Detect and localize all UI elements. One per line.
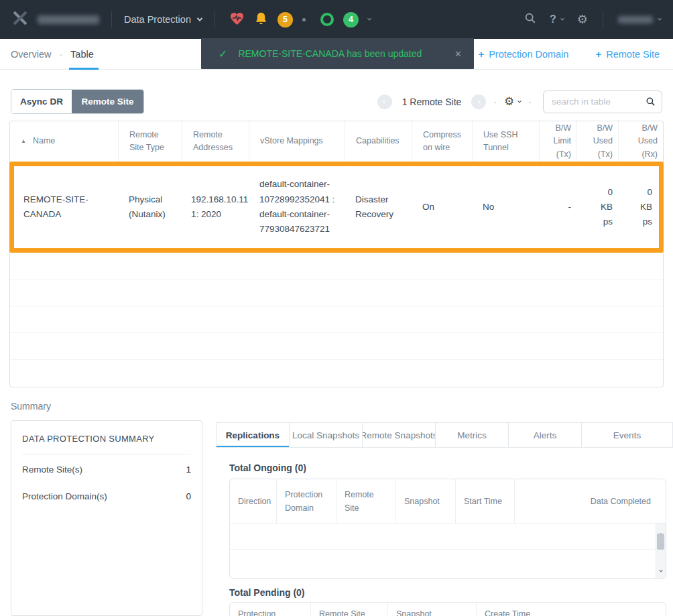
search-icon <box>646 97 656 109</box>
dr-mode-segmented-control: Async DR Remote Site <box>11 89 144 114</box>
chevron-down-icon <box>658 17 662 21</box>
pager-next-button[interactable] <box>471 95 486 109</box>
column-header-create-time[interactable]: Create Time <box>477 603 666 616</box>
active-tab-underline <box>217 446 289 447</box>
product-menu-dropdown[interactable]: Data Protection <box>124 14 202 25</box>
summary-section-label: Summary <box>11 401 51 412</box>
column-header-name[interactable]: ▲ Name <box>10 121 119 162</box>
column-header-remote-addresses[interactable]: Remote Addresses <box>182 121 249 162</box>
pager-prev-button[interactable] <box>377 95 392 109</box>
table-header-row: ▲ Name Remote Site Type Remote Addresses… <box>10 121 663 162</box>
summary-row-remote-sites: Remote Site(s) 1 <box>22 454 191 481</box>
plus-icon: + <box>595 48 601 60</box>
column-header-direction[interactable]: Direction <box>230 479 277 523</box>
column-header-bw-limit-tx[interactable]: B/W Limit (Tx) <box>540 121 577 162</box>
column-header-snapshot[interactable]: Snapshot <box>396 479 456 523</box>
active-tab-underline <box>69 68 99 70</box>
column-header-start-time[interactable]: Start Time <box>456 479 515 523</box>
table-toolbar: Async DR Remote Site 1 Remote Site · ⚙ · <box>11 89 662 114</box>
cell-vstore-mappings: default-container-10728992352041 : defau… <box>249 177 345 237</box>
divider <box>111 11 112 27</box>
health-heart-icon[interactable] <box>229 11 245 28</box>
tab-metrics[interactable]: Metrics <box>436 423 509 447</box>
empty-table-row <box>10 306 663 333</box>
username-redacted <box>618 16 653 23</box>
column-header-vstore-mappings[interactable]: vStore Mappings <box>249 121 345 162</box>
alerts-count-badge[interactable]: 5 <box>278 12 293 27</box>
column-header-remote-site-type[interactable]: Remote Site Type <box>119 121 182 162</box>
column-header-protection-domain[interactable]: Protection Domain <box>277 479 336 523</box>
column-header-remote-site[interactable]: Remote Site <box>311 603 388 616</box>
close-icon[interactable]: ✕ <box>454 49 462 59</box>
tasks-ring-icon[interactable] <box>320 13 334 26</box>
column-header-compress-on-wire[interactable]: Compress on wire <box>412 121 473 162</box>
tab-table[interactable]: Table <box>70 49 94 60</box>
scroll-down-icon[interactable] <box>660 563 662 575</box>
add-remote-site-label: Remote Site <box>606 49 660 60</box>
add-protection-domain-button[interactable]: + Protection Domain <box>478 48 568 60</box>
chevron-down-icon <box>560 17 564 21</box>
column-header-snapshot[interactable]: Snapshot <box>388 603 477 616</box>
ongoing-table-header: Direction Protection Domain Remote Site … <box>230 479 666 523</box>
cell-bw-used-tx: 0 KBps <box>576 185 618 230</box>
column-header-use-ssh-tunnel[interactable]: Use SSH Tunnel <box>473 121 540 162</box>
alerts-bell-icon[interactable] <box>254 11 268 28</box>
empty-table-row <box>230 523 655 550</box>
chevron-down-icon[interactable] <box>367 17 371 21</box>
column-header-bw-used-rx[interactable]: B/W Used (Rx) <box>619 121 663 162</box>
summary-row-label: Protection Domain(s) <box>22 491 107 501</box>
plus-icon: + <box>478 48 484 60</box>
add-remote-site-button[interactable]: + Remote Site <box>595 48 660 60</box>
nutanix-logo-icon[interactable] <box>12 11 28 28</box>
table-settings-dropdown[interactable]: ⚙ <box>504 96 521 107</box>
pending-table-header: Protection Domain Remote Site Snapshot C… <box>230 603 666 616</box>
tab-replications[interactable]: Replications <box>217 423 290 447</box>
tasks-count-badge[interactable]: 4 <box>343 12 359 27</box>
summary-row-value: 1 <box>186 465 191 475</box>
segment-remote-site[interactable]: Remote Site <box>72 90 143 113</box>
cell-bw-limit-tx: - <box>539 200 576 214</box>
pending-replications-table: Protection Domain Remote Site Snapshot C… <box>229 602 666 616</box>
empty-table-row <box>10 253 663 280</box>
success-toast: ✓ REMOTE-SITE-CANADA has been updated ✕ <box>201 38 474 69</box>
segment-async-dr[interactable]: Async DR <box>11 90 72 113</box>
table-search-input[interactable] <box>543 90 662 113</box>
scrollbar-thumb[interactable] <box>657 534 664 550</box>
cell-capabilities: Disaster Recovery <box>345 192 412 223</box>
tab-events[interactable]: Events <box>582 423 672 447</box>
vertical-scrollbar[interactable] <box>656 523 666 578</box>
gear-icon: ⚙ <box>504 96 514 107</box>
table-row[interactable]: REMOTE-SITE-CANADA Physical (Nutanix) 19… <box>14 166 659 248</box>
summary-row-protection-domains: Protection Domain(s) 0 <box>22 481 191 508</box>
separator-dot: · <box>59 49 62 60</box>
divider <box>214 11 215 27</box>
total-pending-title: Total Pending (0) <box>229 587 673 598</box>
column-header-data-completed[interactable]: Data Completed <box>515 479 666 523</box>
column-header-protection-domain[interactable]: Protection Domain <box>230 603 311 616</box>
column-header-capabilities[interactable]: Capabilities <box>345 121 412 162</box>
tab-alerts[interactable]: Alerts <box>509 423 582 447</box>
cluster-name-redacted[interactable] <box>38 15 99 24</box>
cell-remote-site-type: Physical (Nutanix) <box>118 192 182 223</box>
separator-dot <box>302 18 306 21</box>
tab-overview[interactable]: Overview <box>11 49 51 60</box>
column-header-remote-site[interactable]: Remote Site <box>336 479 396 523</box>
column-header-bw-used-tx[interactable]: B/W Used (Tx) <box>577 121 619 162</box>
chevron-down-icon <box>517 99 522 103</box>
toast-message: REMOTE-SITE-CANADA has been updated <box>238 48 422 59</box>
help-menu[interactable]: ? <box>550 13 564 25</box>
empty-table-row <box>10 333 663 360</box>
search-icon[interactable] <box>524 12 536 27</box>
table-search <box>543 90 662 113</box>
separator-dot: · <box>493 97 497 107</box>
ongoing-table-body <box>230 523 666 578</box>
remote-sites-table: ▲ Name Remote Site Type Remote Addresses… <box>9 121 664 387</box>
tab-remote-snapshots[interactable]: Remote Snapshots <box>363 423 436 447</box>
sort-asc-icon: ▲ <box>21 137 26 145</box>
tab-local-snapshots[interactable]: Local Snapshots <box>290 423 363 447</box>
data-protection-summary-card: DATA PROTECTION SUMMARY Remote Site(s) 1… <box>11 420 202 616</box>
product-menu-label: Data Protection <box>124 14 191 25</box>
settings-gear-icon[interactable]: ⚙ <box>577 13 588 25</box>
pager-count-label: 1 Remote Site <box>402 97 462 107</box>
user-menu[interactable] <box>618 16 661 23</box>
